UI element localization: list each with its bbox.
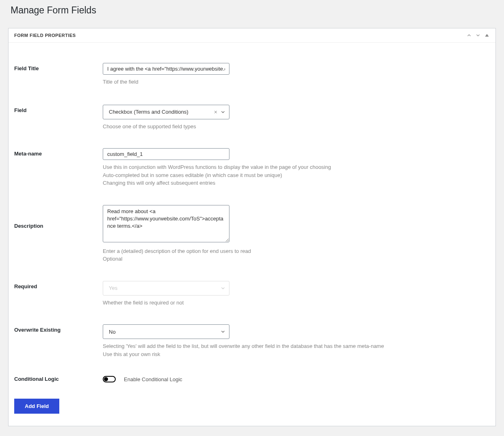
triangle-up-icon[interactable]	[484, 32, 490, 38]
chevron-up-icon[interactable]	[466, 32, 472, 38]
description-helper-2: Optional	[103, 255, 490, 263]
conditional-toggle[interactable]	[103, 376, 116, 382]
required-label: Required	[14, 281, 103, 289]
overwrite-select[interactable]: No	[103, 324, 229, 339]
meta-name-helper-2: Auto-completed but in some cases editabl…	[103, 171, 490, 179]
description-label: Description	[14, 205, 103, 229]
overwrite-helper-2: Use this at your own risk	[103, 350, 490, 358]
chevron-down-icon	[220, 285, 226, 291]
meta-name-helper-3: Changing this will only affect subsequen…	[103, 179, 490, 187]
chevron-down-icon[interactable]	[475, 32, 481, 38]
clear-icon[interactable]	[214, 110, 218, 114]
add-field-button[interactable]: Add Field	[14, 399, 59, 414]
meta-name-label: Meta-name	[14, 148, 103, 157]
form-field-properties-panel: FORM FIELD PROPERTIES Field Title Title …	[8, 28, 496, 426]
overwrite-label: Overwrite Existing	[14, 324, 103, 333]
required-select: Yes	[103, 281, 229, 296]
required-helper: Whether the field is required or not	[103, 299, 490, 307]
description-helper-1: Enter a (detailed) description of the op…	[103, 247, 490, 255]
panel-header-title: FORM FIELD PROPERTIES	[14, 33, 76, 38]
panel-header: FORM FIELD PROPERTIES	[9, 28, 495, 43]
svg-marker-0	[485, 34, 489, 37]
field-type-select[interactable]: Checkbox (Terms and Conditions)	[103, 105, 229, 119]
page-title: Manage Form Fields	[0, 0, 504, 28]
required-value: Yes	[109, 285, 117, 291]
field-title-helper: Title of the field	[103, 78, 490, 86]
conditional-label: Conditional Logic	[14, 376, 103, 382]
chevron-down-icon	[220, 329, 226, 335]
field-type-label: Field	[14, 105, 103, 113]
toggle-knob	[104, 377, 108, 381]
field-title-input[interactable]	[103, 63, 229, 75]
meta-name-input[interactable]	[103, 148, 229, 160]
overwrite-helper-1: Selecting 'Yes' will add the field to th…	[103, 342, 490, 350]
description-textarea[interactable]	[103, 205, 229, 242]
meta-name-helper-1: Use this in conjunction with WordPress f…	[103, 163, 490, 171]
field-type-value: Checkbox (Terms and Conditions)	[109, 109, 188, 115]
overwrite-value: No	[109, 329, 116, 335]
field-type-helper: Choose one of the supported field types	[103, 123, 490, 131]
field-title-label: Field Title	[14, 63, 103, 71]
conditional-toggle-label: Enable Conditional Logic	[124, 376, 182, 382]
chevron-down-icon	[220, 109, 226, 115]
